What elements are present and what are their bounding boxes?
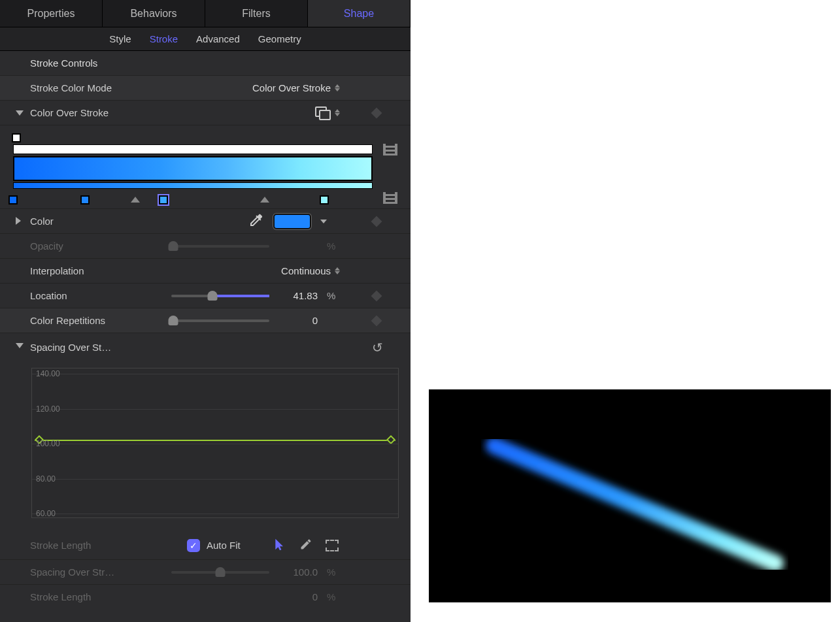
gradient-midpoint[interactable] bbox=[260, 197, 269, 203]
label-stroke-color-mode: Stroke Color Mode bbox=[30, 82, 154, 93]
updown-icon bbox=[335, 84, 340, 91]
value-stroke-length: 0 bbox=[278, 591, 318, 602]
tab-shape[interactable]: Shape bbox=[308, 0, 411, 27]
right-area bbox=[411, 0, 840, 622]
tab-properties[interactable]: Properties bbox=[0, 0, 103, 27]
eyedropper-icon[interactable] bbox=[248, 212, 264, 230]
graph-tool-row: Stroke Length ✓ Auto Fit bbox=[0, 531, 411, 559]
slider-opacity bbox=[171, 245, 269, 248]
gradient-editor bbox=[0, 125, 411, 208]
graph-tick-label: 100.00 bbox=[36, 439, 60, 448]
color-well[interactable] bbox=[273, 214, 311, 229]
popup-interpolation[interactable]: Continuous bbox=[281, 265, 340, 276]
graph-tick-label: 140.00 bbox=[36, 369, 60, 378]
tab-filters[interactable]: Filters bbox=[205, 0, 308, 27]
unit-location: % bbox=[327, 290, 340, 301]
checkbox-auto-fit[interactable]: ✓ bbox=[187, 539, 200, 552]
gradient-color-stop[interactable] bbox=[80, 195, 90, 205]
opacity-stop[interactable] bbox=[12, 133, 21, 142]
sub-tabs: Style Stroke Advanced Geometry bbox=[0, 27, 411, 51]
copy-icon[interactable] bbox=[315, 106, 329, 120]
unit-opacity: % bbox=[327, 240, 340, 252]
gradient-color-stop[interactable] bbox=[159, 195, 168, 205]
row-opacity: Opacity % bbox=[0, 233, 411, 258]
label-location: Location bbox=[30, 290, 154, 301]
updown-icon[interactable] bbox=[335, 109, 340, 116]
label-opacity: Opacity bbox=[30, 240, 154, 252]
row-spacing-over-str-value: Spacing Over Str… 100.0 % bbox=[0, 559, 411, 584]
row-spacing-over-stroke-header: Spacing Over St… ↺ bbox=[0, 333, 411, 361]
pencil-tool-icon[interactable] bbox=[299, 538, 312, 553]
label-stroke-length: Stroke Length bbox=[30, 540, 154, 551]
opacity-bar[interactable] bbox=[13, 144, 373, 154]
gradient-midpoint[interactable] bbox=[131, 197, 140, 203]
disclosure-color[interactable] bbox=[16, 217, 21, 225]
label-spacing-over-stroke: Spacing Over St… bbox=[30, 342, 154, 353]
subtab-style[interactable]: Style bbox=[109, 33, 131, 44]
chevron-down-icon[interactable] bbox=[320, 220, 327, 223]
reset-icon[interactable]: ↺ bbox=[372, 340, 383, 355]
label-color-repetitions: Color Repetitions bbox=[30, 315, 154, 326]
graph-tick-label: 80.00 bbox=[36, 474, 56, 483]
disclosure-color-over-stroke[interactable] bbox=[16, 110, 24, 116]
graph-tick-label: 120.00 bbox=[36, 404, 60, 414]
label-color: Color bbox=[30, 216, 154, 227]
label-auto-fit: Auto Fit bbox=[207, 540, 241, 551]
subtab-advanced[interactable]: Advanced bbox=[196, 33, 240, 44]
gradient-color-stop[interactable] bbox=[8, 195, 18, 205]
slider-location[interactable] bbox=[171, 295, 269, 297]
row-color: Color bbox=[0, 208, 411, 233]
scroll-area: Stroke Controls Stroke Color Mode Color … bbox=[0, 51, 411, 622]
unit-stroke-length: % bbox=[327, 591, 340, 602]
row-color-over-stroke: Color Over Stroke bbox=[0, 100, 411, 125]
row-stroke-length-value: Stroke Length 0 % bbox=[0, 584, 411, 609]
value-color-repetitions[interactable]: 0 bbox=[278, 315, 318, 326]
graph-canvas[interactable]: 140.00120.00100.0080.0060.00 bbox=[31, 368, 399, 518]
panel-body: Stroke Controls Stroke Color Mode Color … bbox=[0, 51, 411, 622]
inspector-panel: Properties Behaviors Filters Shape Style… bbox=[0, 0, 411, 622]
row-stroke-color-mode: Stroke Color Mode Color Over Stroke bbox=[0, 75, 411, 100]
slider-spacing-over-str bbox=[171, 571, 269, 574]
label-stroke-length-2: Stroke Length bbox=[30, 591, 154, 602]
label-color-over-stroke: Color Over Stroke bbox=[30, 107, 154, 118]
updown-icon bbox=[335, 267, 340, 274]
value-spacing-over-str: 100.0 bbox=[278, 566, 318, 578]
disclosure-spacing[interactable] bbox=[16, 343, 24, 348]
tab-behaviors[interactable]: Behaviors bbox=[103, 0, 205, 27]
distribute-color-icon[interactable] bbox=[383, 192, 397, 204]
distribute-opacity-icon[interactable] bbox=[383, 144, 397, 156]
stroke-preview bbox=[481, 439, 788, 570]
gradient-hint-bar[interactable] bbox=[13, 182, 373, 189]
row-color-repetitions: Color Repetitions 0 bbox=[0, 308, 411, 333]
value-location[interactable]: 41.83 bbox=[278, 290, 318, 301]
subtab-stroke[interactable]: Stroke bbox=[150, 33, 178, 44]
gradient-color-stop[interactable] bbox=[320, 195, 329, 205]
gradient-color-bar[interactable] bbox=[13, 156, 373, 181]
popup-value: Continuous bbox=[281, 265, 331, 276]
pointer-tool-icon[interactable] bbox=[273, 538, 286, 553]
row-interpolation: Interpolation Continuous bbox=[0, 258, 411, 283]
graph-tick-label: 60.00 bbox=[36, 509, 56, 518]
section-stroke-controls: Stroke Controls bbox=[0, 51, 411, 75]
graph-line bbox=[35, 440, 395, 441]
popup-stroke-color-mode[interactable]: Color Over Stroke bbox=[252, 82, 340, 93]
graph-spacing-over-stroke: Spacing Over Stroke 140.00120.00100.0080… bbox=[0, 361, 411, 531]
popup-value: Color Over Stroke bbox=[252, 82, 331, 93]
row-location: Location 41.83 % bbox=[0, 283, 411, 308]
svg-line-0 bbox=[494, 446, 775, 563]
canvas-preview bbox=[429, 389, 831, 602]
label-spacing-over-str: Spacing Over Str… bbox=[30, 566, 154, 578]
gradient-stops-row[interactable] bbox=[13, 191, 373, 205]
marquee-tool-icon[interactable] bbox=[326, 540, 339, 551]
unit-spacing-over-str: % bbox=[327, 566, 340, 578]
main-tabs: Properties Behaviors Filters Shape bbox=[0, 0, 411, 27]
slider-color-repetitions[interactable] bbox=[171, 319, 269, 322]
label-interpolation: Interpolation bbox=[30, 265, 154, 276]
subtab-geometry[interactable]: Geometry bbox=[258, 33, 301, 44]
